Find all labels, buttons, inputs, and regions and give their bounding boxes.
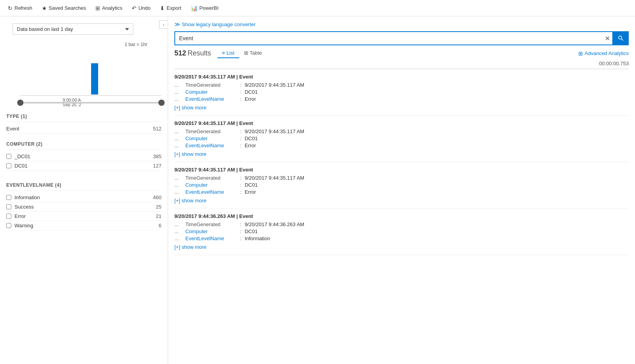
show-more-link[interactable]: [+] show more xyxy=(174,151,206,157)
main-layout: ‹ Data based on last 1 dayData based on … xyxy=(0,16,635,364)
type-filter-heading: TYPE (1) xyxy=(6,114,161,122)
eventlevelname-filter-section: EVENTLEVELNAME (4) Information 460 Succe… xyxy=(0,178,168,234)
collapse-button[interactable]: ‹ xyxy=(159,20,168,29)
results-scroll[interactable]: 9/20/2017 9:44:35.117 AM | Event ... Tim… xyxy=(168,69,635,364)
field-name-timegenerated: TimeGenerated xyxy=(185,82,240,88)
time-taken: 00:00:00.753 xyxy=(599,61,629,66)
computer-dc01-underscore-label: _DC01 xyxy=(14,153,153,159)
field-colon: : xyxy=(240,128,242,134)
eventlevelname-warning-checkbox[interactable] xyxy=(6,223,11,228)
computer-dc01-underscore-checkbox[interactable] xyxy=(6,154,11,159)
field-value-timegenerated: 9/20/2017 9:44:35.117 AM xyxy=(245,128,305,134)
saved-searches-button[interactable]: ★ Saved Searches xyxy=(37,0,91,16)
range-track-fill xyxy=(20,102,161,103)
result-field: ... Computer : DC01 xyxy=(174,89,629,95)
field-name-computer[interactable]: Computer xyxy=(185,182,240,188)
computer-filter-section: COMPUTER (2) _DC01 385 DC01 127 xyxy=(0,137,168,175)
analytics-button[interactable]: ⊞ Analytics xyxy=(91,0,127,16)
eventlevelname-success-checkbox[interactable] xyxy=(6,204,11,209)
field-colon: : xyxy=(240,82,242,88)
result-header: 9/20/2017 9:44:36.263 AM | Event xyxy=(174,213,629,219)
chart-area: 9:00:00 A Sep 20, 2 xyxy=(20,49,161,96)
result-item: 9/20/2017 9:44:35.117 AM | Event ... Tim… xyxy=(174,69,629,116)
saved-searches-label: Saved Searches xyxy=(49,5,86,11)
field-value-timegenerated: 9/20/2017 9:44:35.117 AM xyxy=(245,82,305,88)
right-panel-inner: ≫ Show legacy language converter ✕ 512 R… xyxy=(168,16,635,69)
export-label: Export xyxy=(167,5,181,11)
powerbi-icon: 📊 xyxy=(191,5,197,11)
result-field: ... Computer : DC01 xyxy=(174,136,629,141)
computer-filter-heading: COMPUTER (2) xyxy=(6,141,161,150)
range-track xyxy=(20,102,161,103)
eventlevelname-information-count: 460 xyxy=(153,194,161,200)
field-name-eventlevelname[interactable]: EventLevelName xyxy=(185,96,240,102)
field-name-computer[interactable]: Computer xyxy=(185,136,240,141)
refresh-button[interactable]: ↻ Refresh xyxy=(3,0,37,16)
right-panel: ≫ Show legacy language converter ✕ 512 R… xyxy=(168,16,635,364)
undo-button[interactable]: ↶ Undo xyxy=(127,0,155,16)
tab-table[interactable]: ⊞ Table xyxy=(239,48,267,58)
result-item: 9/20/2017 9:44:36.263 AM | Event ... Tim… xyxy=(174,209,629,255)
search-clear-button[interactable]: ✕ xyxy=(603,35,612,42)
field-dots: ... xyxy=(174,128,185,134)
eventlevelname-filter-heading: EVENTLEVELNAME (4) xyxy=(6,182,161,191)
tab-list-label: List xyxy=(226,50,234,56)
eventlevelname-information-checkbox[interactable] xyxy=(6,195,11,200)
computer-dc01-label: DC01 xyxy=(14,163,153,169)
field-dots: ... xyxy=(174,136,185,141)
eventlevelname-warning-label: Warning xyxy=(14,223,159,228)
search-input[interactable] xyxy=(174,31,613,45)
eventlevelname-error-label: Error xyxy=(14,213,156,219)
field-value-computer: DC01 xyxy=(245,136,258,141)
advanced-analytics-link[interactable]: ⊞ Advanced Analytics xyxy=(578,50,629,57)
field-value-eventlevelname: Error xyxy=(245,143,256,148)
field-value-eventlevelname: Error xyxy=(245,189,256,195)
result-field: ... Computer : DC01 xyxy=(174,228,629,234)
result-field: ... EventLevelName : Error xyxy=(174,189,629,195)
search-button[interactable] xyxy=(613,31,629,45)
field-dots: ... xyxy=(174,175,185,181)
computer-dc01-underscore-count: 385 xyxy=(153,153,161,159)
advanced-analytics-label: Advanced Analytics xyxy=(585,50,629,56)
field-value-computer: DC01 xyxy=(245,89,258,95)
computer-dc01-checkbox[interactable] xyxy=(6,163,11,168)
results-label: Results xyxy=(188,49,211,57)
field-colon: : xyxy=(240,89,242,95)
range-thumb-right[interactable] xyxy=(158,100,165,106)
field-colon: : xyxy=(240,236,242,241)
legacy-link-label: Show legacy language converter xyxy=(182,21,256,27)
results-count: 512 xyxy=(174,49,186,57)
computer-filter-dc01: DC01 127 xyxy=(6,161,161,171)
powerbi-button[interactable]: 📊 PowerBI xyxy=(186,0,223,16)
range-slider[interactable] xyxy=(20,99,161,107)
field-colon: : xyxy=(240,175,242,181)
field-name-computer[interactable]: Computer xyxy=(185,89,240,95)
eventlevelname-error-checkbox[interactable] xyxy=(6,214,11,219)
show-more-link[interactable]: [+] show more xyxy=(174,198,206,203)
field-colon: : xyxy=(240,96,242,102)
field-dots: ... xyxy=(174,236,185,241)
field-name-eventlevelname[interactable]: EventLevelName xyxy=(185,189,240,195)
result-header: 9/20/2017 9:44:35.117 AM | Event xyxy=(174,120,629,126)
legacy-language-link[interactable]: ≫ Show legacy language converter xyxy=(174,21,629,27)
field-value-computer: DC01 xyxy=(245,228,258,234)
range-thumb-left[interactable] xyxy=(17,100,23,106)
field-name-computer[interactable]: Computer xyxy=(185,228,240,234)
results-left: 512 Results ≡ List ⊞ Table xyxy=(174,48,267,58)
search-bar-row: ✕ xyxy=(174,31,629,45)
undo-label: Undo xyxy=(138,5,151,11)
field-value-eventlevelname: Error xyxy=(245,96,256,102)
list-icon: ≡ xyxy=(222,50,225,56)
refresh-icon: ↻ xyxy=(8,5,13,11)
export-button[interactable]: ⬇ Export xyxy=(155,0,186,16)
tab-list[interactable]: ≡ List xyxy=(217,48,239,58)
field-name-eventlevelname[interactable]: EventLevelName xyxy=(185,143,240,148)
time-filter-select[interactable]: Data based on last 1 dayData based on la… xyxy=(13,23,133,35)
field-name-eventlevelname[interactable]: EventLevelName xyxy=(185,236,240,241)
result-field: ... Computer : DC01 xyxy=(174,182,629,188)
show-more-link[interactable]: [+] show more xyxy=(174,105,206,111)
show-more-link[interactable]: [+] show more xyxy=(174,244,206,250)
chevron-double-down-icon: ≫ xyxy=(174,21,180,27)
bar-info: 1 bar = 1hr xyxy=(0,40,168,47)
result-field: ... TimeGenerated : 9/20/2017 9:44:35.11… xyxy=(174,82,629,88)
